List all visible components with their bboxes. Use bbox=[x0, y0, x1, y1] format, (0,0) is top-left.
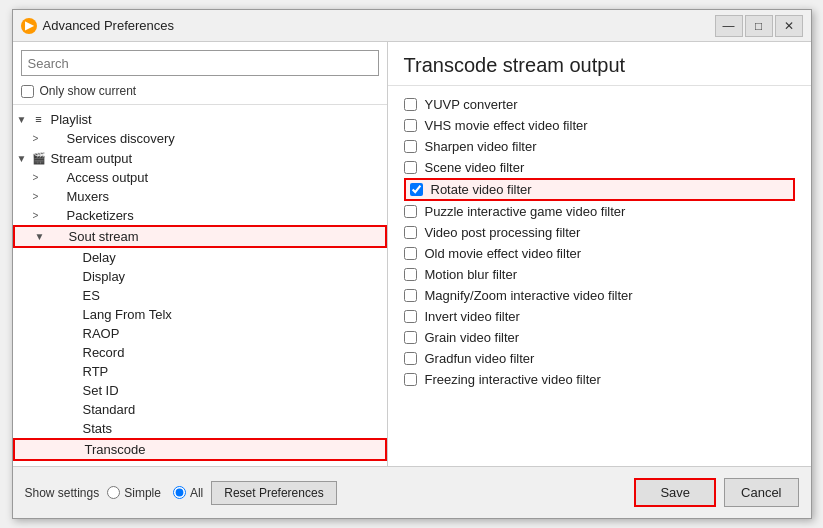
right-panel: Transcode stream output YUVP converterVH… bbox=[388, 42, 811, 466]
tree-item-raop[interactable]: RAOP bbox=[13, 324, 387, 343]
tree-item-standard[interactable]: Standard bbox=[13, 400, 387, 419]
tree-label-raop: RAOP bbox=[83, 326, 383, 341]
filter-item-grain: Grain video filter bbox=[404, 327, 795, 348]
tree-item-delay[interactable]: Delay bbox=[13, 248, 387, 267]
only-show-current: Only show current bbox=[13, 84, 387, 104]
tree-item-display[interactable]: Display bbox=[13, 267, 387, 286]
window-controls: — □ ✕ bbox=[715, 15, 803, 37]
filter-label-rotate: Rotate video filter bbox=[431, 182, 532, 197]
simple-radio-option[interactable]: Simple bbox=[107, 486, 161, 500]
filter-item-puzzle: Puzzle interactive game video filter bbox=[404, 201, 795, 222]
only-show-current-checkbox[interactable] bbox=[21, 85, 34, 98]
cancel-button[interactable]: Cancel bbox=[724, 478, 798, 507]
tree-label-delay: Delay bbox=[83, 250, 383, 265]
search-box[interactable] bbox=[21, 50, 379, 76]
tree-item-es[interactable]: ES bbox=[13, 286, 387, 305]
filter-item-vpp: Video post processing filter bbox=[404, 222, 795, 243]
arrow-icon-sout-stream: ▼ bbox=[35, 231, 49, 242]
title-bar: ▶ Advanced Preferences — □ ✕ bbox=[13, 10, 811, 42]
radio-group: Simple All bbox=[107, 486, 203, 500]
filter-item-scene: Scene video filter bbox=[404, 157, 795, 178]
filter-checkbox-puzzle[interactable] bbox=[404, 205, 417, 218]
simple-radio[interactable] bbox=[107, 486, 120, 499]
filter-label-freezing: Freezing interactive video filter bbox=[425, 372, 601, 387]
filter-label-puzzle: Puzzle interactive game video filter bbox=[425, 204, 626, 219]
arrow-icon-stream-output: ▼ bbox=[17, 153, 31, 164]
tree-label-rtp: RTP bbox=[83, 364, 383, 379]
filter-label-grain: Grain video filter bbox=[425, 330, 520, 345]
filter-item-old-movie: Old movie effect video filter bbox=[404, 243, 795, 264]
tree-item-rtp[interactable]: RTP bbox=[13, 362, 387, 381]
arrow-icon-playlist: ▼ bbox=[17, 114, 31, 125]
filter-checkbox-magnify[interactable] bbox=[404, 289, 417, 302]
filter-checkbox-gradfun[interactable] bbox=[404, 352, 417, 365]
simple-label: Simple bbox=[124, 486, 161, 500]
arrow-icon-access-output: > bbox=[33, 172, 47, 183]
tree-label-stats: Stats bbox=[83, 421, 383, 436]
save-button[interactable]: Save bbox=[634, 478, 716, 507]
tree-item-transcode[interactable]: Transcode bbox=[13, 438, 387, 461]
tree-label-lang-from-telx: Lang From Telx bbox=[83, 307, 383, 322]
tree-label-transcode: Transcode bbox=[85, 442, 381, 457]
tree-item-sout-stream[interactable]: ▼Sout stream bbox=[13, 225, 387, 248]
filter-checkbox-vpp[interactable] bbox=[404, 226, 417, 239]
tree-label-services-discovery: Services discovery bbox=[67, 131, 383, 146]
all-radio-option[interactable]: All bbox=[173, 486, 203, 500]
tree-item-playlist[interactable]: ▼≡Playlist bbox=[13, 109, 387, 129]
filter-checkbox-motion-blur[interactable] bbox=[404, 268, 417, 281]
filter-item-gradfun: Gradfun video filter bbox=[404, 348, 795, 369]
tree-item-set-id[interactable]: Set ID bbox=[13, 381, 387, 400]
filter-label-old-movie: Old movie effect video filter bbox=[425, 246, 582, 261]
tree-label-display: Display bbox=[83, 269, 383, 284]
tree-item-access-output[interactable]: >Access output bbox=[13, 168, 387, 187]
tree-item-services-discovery[interactable]: >Services discovery bbox=[13, 129, 387, 148]
only-show-current-label: Only show current bbox=[40, 84, 137, 98]
filter-label-magnify: Magnify/Zoom interactive video filter bbox=[425, 288, 633, 303]
filter-item-freezing: Freezing interactive video filter bbox=[404, 369, 795, 390]
tree-container[interactable]: ▼≡Playlist>Services discovery▼🎬Stream ou… bbox=[13, 104, 387, 466]
filter-label-motion-blur: Motion blur filter bbox=[425, 267, 517, 282]
tree-label-playlist: Playlist bbox=[51, 112, 383, 127]
minimize-button[interactable]: — bbox=[715, 15, 743, 37]
tree-item-muxers[interactable]: >Muxers bbox=[13, 187, 387, 206]
reset-preferences-button[interactable]: Reset Preferences bbox=[211, 481, 336, 505]
filter-checkbox-old-movie[interactable] bbox=[404, 247, 417, 260]
filter-item-motion-blur: Motion blur filter bbox=[404, 264, 795, 285]
tree-label-stream-output: Stream output bbox=[51, 151, 383, 166]
tree-item-packetizers[interactable]: >Packetizers bbox=[13, 206, 387, 225]
search-input[interactable] bbox=[28, 56, 372, 71]
maximize-button[interactable]: □ bbox=[745, 15, 773, 37]
show-settings: Show settings Simple All Reset Preferenc… bbox=[25, 481, 635, 505]
filter-checkbox-invert[interactable] bbox=[404, 310, 417, 323]
filter-checkbox-scene[interactable] bbox=[404, 161, 417, 174]
tree-item-lang-from-telx[interactable]: Lang From Telx bbox=[13, 305, 387, 324]
filter-checkbox-rotate[interactable] bbox=[410, 183, 423, 196]
filter-checkbox-yuvp[interactable] bbox=[404, 98, 417, 111]
tree-item-stats[interactable]: Stats bbox=[13, 419, 387, 438]
all-radio[interactable] bbox=[173, 486, 186, 499]
filter-label-vhs: VHS movie effect video filter bbox=[425, 118, 588, 133]
tree-icon-stream-output: 🎬 bbox=[31, 150, 47, 166]
filter-checkbox-grain[interactable] bbox=[404, 331, 417, 344]
close-button[interactable]: ✕ bbox=[775, 15, 803, 37]
filter-item-yuvp: YUVP converter bbox=[404, 94, 795, 115]
tree-item-stream-output[interactable]: ▼🎬Stream output bbox=[13, 148, 387, 168]
main-window: ▶ Advanced Preferences — □ ✕ Only show c… bbox=[12, 9, 812, 519]
filter-checkbox-vhs[interactable] bbox=[404, 119, 417, 132]
filter-item-magnify: Magnify/Zoom interactive video filter bbox=[404, 285, 795, 306]
filter-item-vhs: VHS movie effect video filter bbox=[404, 115, 795, 136]
filter-checkbox-freezing[interactable] bbox=[404, 373, 417, 386]
filter-checkbox-sharpen[interactable] bbox=[404, 140, 417, 153]
tree-label-packetizers: Packetizers bbox=[67, 208, 383, 223]
filter-label-yuvp: YUVP converter bbox=[425, 97, 518, 112]
main-content: Only show current ▼≡Playlist>Services di… bbox=[13, 42, 811, 466]
tree-item-record[interactable]: Record bbox=[13, 343, 387, 362]
filter-item-invert: Invert video filter bbox=[404, 306, 795, 327]
arrow-icon-muxers: > bbox=[33, 191, 47, 202]
tree-label-standard: Standard bbox=[83, 402, 383, 417]
bottom-right-buttons: Save Cancel bbox=[634, 478, 798, 507]
tree-label-muxers: Muxers bbox=[67, 189, 383, 204]
window-title: Advanced Preferences bbox=[43, 18, 715, 33]
filter-label-scene: Scene video filter bbox=[425, 160, 525, 175]
filter-label-sharpen: Sharpen video filter bbox=[425, 139, 537, 154]
